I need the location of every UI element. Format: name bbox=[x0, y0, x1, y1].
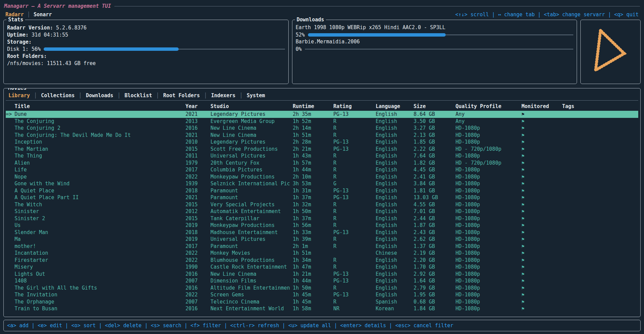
cell-runtime: 1h 43m bbox=[293, 152, 333, 160]
column-header-tags: Tags bbox=[562, 103, 638, 109]
tab-separator: │ bbox=[156, 92, 159, 99]
cell-quality: Any bbox=[456, 111, 521, 118]
logo-panel bbox=[580, 20, 641, 84]
table-row[interactable]: Misery1990Castle Rock Entertainment1h 47… bbox=[6, 264, 638, 271]
tab-root-folders[interactable]: Root Folders bbox=[163, 92, 200, 99]
cell-language: English bbox=[376, 291, 414, 298]
column-header-title: Title bbox=[15, 103, 185, 109]
cell-runtime: 1h 47m bbox=[293, 264, 333, 271]
cell-rating: R bbox=[333, 160, 376, 167]
cell-language: English bbox=[376, 243, 414, 250]
download-progress-bar bbox=[308, 31, 573, 38]
table-row[interactable]: Lights Out2016New Line Cinema1h 21mPG-13… bbox=[6, 271, 638, 278]
table-row[interactable]: Gone with the Wind1939Selznick Internati… bbox=[6, 180, 638, 187]
cell-rating: R bbox=[333, 201, 376, 208]
servarr-tab-sonarr[interactable]: Sonarr bbox=[34, 12, 52, 18]
cell-runtime: 1h 51m bbox=[293, 132, 333, 139]
monitored-flag-icon: ⚑ bbox=[521, 160, 562, 167]
tab-blocklist[interactable]: Blocklist bbox=[125, 92, 152, 99]
cell-title: Nope bbox=[15, 173, 185, 181]
download-item-name: Barbie.Mermaidia.2006 bbox=[296, 38, 574, 45]
table-row[interactable]: The Invitation2022Screen Gems1h 45mPG-13… bbox=[6, 291, 638, 298]
tab-library[interactable]: Library bbox=[8, 92, 30, 99]
cell-year: 1979 bbox=[185, 160, 210, 167]
table-row[interactable]: The Girl with All the Gifts2016Altitude … bbox=[6, 285, 638, 292]
table-row[interactable]: The Conjuring 22016New Line Cinema2h 14m… bbox=[6, 125, 638, 132]
movies-panel-title: Movies bbox=[6, 88, 28, 91]
cell-rating: PG-13 bbox=[333, 187, 376, 194]
cell-quality: HD-1080p bbox=[456, 229, 521, 236]
cell-language: English bbox=[376, 166, 414, 173]
cell-size: 2.62 GB bbox=[414, 236, 456, 243]
cell-rating: PG-13 bbox=[333, 229, 376, 236]
table-row[interactable]: Alien197920th Century Fox1h 57mREnglish1… bbox=[6, 160, 638, 167]
table-row[interactable]: Nope2022Monkeypaw Productions2h 10mREngl… bbox=[6, 173, 638, 181]
table-row[interactable]: Life2017Columbia Pictures1h 44mREnglish4… bbox=[6, 166, 638, 173]
cell-language: English bbox=[376, 146, 414, 153]
tab-system[interactable]: System bbox=[247, 92, 265, 99]
monitored-flag-icon: ⚑ bbox=[521, 271, 562, 278]
table-row[interactable]: Us2019Monkeypaw Productions1h 56mREnglis… bbox=[6, 222, 638, 229]
table-keybindings: <a> add | <e> edit | <o> sort | <del> de… bbox=[7, 322, 453, 329]
table-row[interactable]: Firestarter2022Blumhouse Productions1h 3… bbox=[6, 257, 638, 264]
cell-year: 2018 bbox=[185, 187, 210, 194]
cell-studio: Monkeypaw Productions bbox=[210, 222, 293, 229]
cell-year: 2015 bbox=[185, 201, 210, 208]
cell-studio: Automatik Entertainment bbox=[210, 208, 293, 215]
table-row[interactable]: Sinister 22015Tank Caterpillar1h 37mREng… bbox=[6, 215, 638, 222]
table-row[interactable]: The Martian2015Scott Free Productions2h … bbox=[6, 146, 638, 153]
table-row[interactable]: The Orphanage2007Telecinco Cinema1h 45mR… bbox=[6, 298, 638, 306]
cell-studio: New Line Cinema bbox=[210, 132, 293, 139]
cell-size: 1.84 GB bbox=[414, 305, 456, 312]
table-row[interactable]: A Quiet Place2018Paramount1h 31mPG-13Eng… bbox=[6, 187, 638, 194]
table-row[interactable]: The Thing2011Universal Pictures1h 43mREn… bbox=[6, 152, 638, 160]
cell-language: English bbox=[376, 187, 414, 194]
cell-runtime: 2h 10m bbox=[293, 173, 333, 181]
cell-year: 1939 bbox=[185, 180, 210, 187]
table-row[interactable]: The Conjuring: The Devil Made Me Do It20… bbox=[6, 132, 638, 139]
monitored-flag-icon: ⚑ bbox=[521, 146, 562, 153]
movies-panel: Movies Library│Collections│Downloads│Blo… bbox=[3, 88, 641, 317]
table-row[interactable]: A Quiet Place Part II2021Paramount1h 37m… bbox=[6, 194, 638, 201]
cell-rating: R bbox=[333, 264, 376, 271]
cell-year: 2013 bbox=[185, 118, 210, 125]
table-row[interactable]: mother!2017Paramount2h 1mREnglish1.37 GB… bbox=[6, 243, 638, 250]
cell-quality: HD-1080p bbox=[456, 222, 521, 229]
uptime-value: 31d 04:31:55 bbox=[31, 32, 68, 38]
cell-studio: Screen Gems bbox=[210, 291, 293, 298]
table-row[interactable]: Train to Busan2016Next Entertainment Wor… bbox=[6, 305, 638, 312]
cell-title: Sinister bbox=[15, 208, 185, 215]
disk-line: Disk 1: 56% bbox=[7, 45, 285, 53]
table-row[interactable]: Incantation2022Monkey Movies1h 51mChines… bbox=[6, 250, 638, 257]
cell-rating: R bbox=[333, 118, 376, 125]
table-row[interactable]: =>Dune2021Legendary Pictures2h 35mPG-13E… bbox=[6, 111, 638, 118]
table-row[interactable]: 14082007Dimension Films1h 44mPG-13Englis… bbox=[6, 277, 638, 285]
tab-downloads[interactable]: Downloads bbox=[86, 92, 113, 99]
monitored-flag-icon: ⚑ bbox=[521, 187, 562, 194]
table-row[interactable]: Sinister2012Automatik Entertainment1h 50… bbox=[6, 208, 638, 215]
monitored-flag-icon: ⚑ bbox=[521, 139, 562, 146]
table-row[interactable]: The Conjuring2013Evergreen Media Group1h… bbox=[6, 118, 638, 125]
table-row[interactable]: Ma2019Universal Pictures1h 39mREnglish2.… bbox=[6, 236, 638, 243]
cell-studio: Very Special Projects bbox=[210, 201, 293, 208]
cell-runtime: 2h 35m bbox=[293, 111, 333, 118]
table-row[interactable]: Inception2010Legendary Pictures2h 28mPG-… bbox=[6, 139, 638, 146]
cell-quality: HD-1080p bbox=[456, 201, 521, 208]
tab-separator: │ bbox=[79, 92, 82, 99]
download-item-name: Earth 1998 1080p WEBRip x265 Hindi AAC2.… bbox=[296, 24, 574, 31]
cell-year: 2017 bbox=[185, 166, 210, 173]
cell-language: English bbox=[376, 180, 414, 187]
movies-table: TitleYearStudioRuntimeRatingLanguageSize… bbox=[6, 102, 638, 315]
download-progress-row: 0% bbox=[296, 45, 574, 53]
table-row[interactable]: Slender Man2018Madhouse Entertainment1h … bbox=[6, 229, 638, 236]
cell-language: English bbox=[376, 264, 414, 271]
table-row[interactable]: The Witch2015Very Special Projects1h 32m… bbox=[6, 201, 638, 208]
cell-studio: 20th Century Fox bbox=[210, 160, 293, 167]
tab-indexers[interactable]: Indexers bbox=[211, 92, 236, 99]
cell-language: English bbox=[376, 139, 414, 146]
cell-size: 2.92 GB bbox=[414, 271, 456, 278]
cell-quality: HD-1080p bbox=[456, 291, 521, 298]
tab-collections[interactable]: Collections bbox=[41, 92, 74, 99]
cell-quality: HD-1080p bbox=[456, 243, 521, 250]
cell-year: 2016 bbox=[185, 125, 210, 132]
